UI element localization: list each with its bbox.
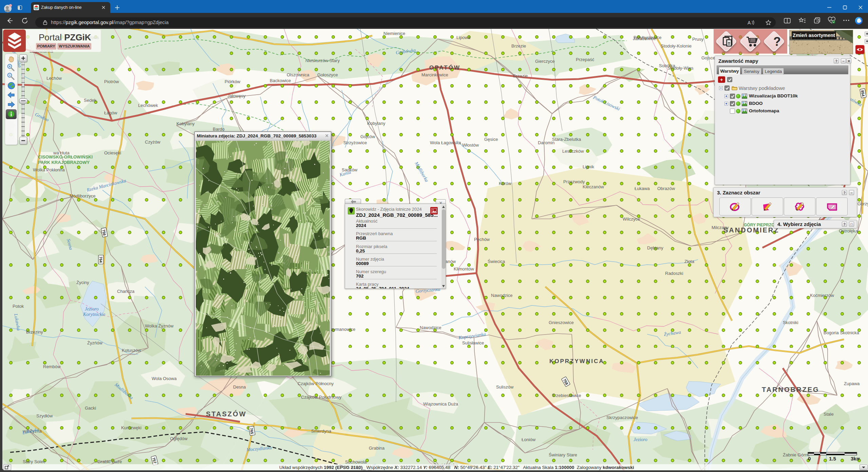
svg-text:Wolka Żyznów: Wolka Żyznów: [145, 323, 174, 328]
svg-text:Daromin: Daromin: [538, 140, 554, 145]
svg-text:Grabki Duże: Grabki Duże: [97, 459, 122, 464]
svg-text:SANDOMIERZ: SANDOMIERZ: [723, 226, 779, 234]
svg-text:1.5: 1.5: [829, 456, 836, 461]
svg-text:Złota: Złota: [684, 259, 695, 264]
svg-text:Obrazów: Obrazów: [657, 186, 675, 191]
svg-text:Stodoły-Kolonie: Stodoły-Kolonie: [661, 43, 692, 49]
svg-text:Smerdyna: Smerdyna: [311, 429, 332, 434]
svg-text:Stale: Stale: [824, 412, 834, 417]
svg-text:Kobylany: Kobylany: [367, 121, 385, 126]
svg-text:Marcinkowice: Marcinkowice: [421, 72, 448, 77]
svg-text:Czajków Północny: Czajków Północny: [298, 381, 334, 386]
svg-text:Grabina: Grabina: [369, 446, 385, 451]
svg-text:Czyżów: Czyżów: [145, 139, 161, 145]
svg-text:Módliborzyce: Módliborzyce: [70, 193, 96, 199]
svg-text:Wiązownica Duża: Wiązownica Duża: [423, 401, 458, 407]
svg-text:764: 764: [99, 257, 103, 263]
svg-text:Zupawa: Zupawa: [844, 381, 860, 386]
svg-text:Jezioro: Jezioro: [634, 437, 647, 442]
svg-text:TARNOBRZEG: TARNOBRZEG: [762, 386, 819, 393]
svg-text:Leszczków: Leszczków: [562, 149, 584, 154]
svg-text:Nieskurzów Stary: Nieskurzów Stary: [305, 58, 340, 63]
svg-text:Wolka Pokłonna: Wolka Pokłonna: [33, 167, 65, 172]
svg-text:Potok: Potok: [13, 304, 24, 309]
svg-text:Łoniów: Łoniów: [522, 437, 536, 442]
svg-text:Olszownica: Olszownica: [287, 72, 309, 77]
svg-text:Sedek: Sedek: [84, 98, 96, 103]
svg-text:Trzebiesławice: Trzebiesławice: [552, 393, 581, 398]
svg-text:Kurów: Kurów: [499, 181, 511, 186]
svg-text:Jałowęsy: Jałowęsy: [227, 93, 246, 98]
svg-text:Oględów: Oględów: [170, 436, 188, 441]
svg-text:Piórków: Piórków: [225, 79, 241, 84]
svg-text:Dębiany: Dębiany: [647, 245, 663, 250]
svg-text:Niemienice: Niemienice: [383, 31, 405, 36]
svg-text:Lechów: Lechów: [46, 76, 62, 81]
svg-text:Kleczanów: Kleczanów: [583, 184, 604, 189]
svg-text:Lechówek: Lechówek: [138, 103, 158, 108]
svg-text:Brzezie: Brzezie: [511, 43, 526, 49]
svg-text:Życiny: Życiny: [76, 280, 89, 285]
svg-text:Świniary Stare: Świniary Stare: [549, 452, 577, 457]
svg-text:Stary Solec: Stary Solec: [23, 459, 45, 464]
svg-text:Chańcza: Chańcza: [117, 289, 135, 294]
svg-text:Żabnie Górne: Żabnie Górne: [783, 452, 810, 457]
svg-text:Nawodzice: Nawodzice: [420, 325, 441, 330]
svg-text:Gojsce: Gojsce: [701, 55, 715, 60]
svg-text:3km: 3km: [851, 456, 860, 461]
svg-text:OPATÓW: OPATÓW: [429, 64, 460, 71]
svg-text:Ociesęki: Ociesęki: [104, 150, 121, 155]
svg-text:Włostów: Włostów: [462, 143, 479, 148]
svg-text:Stodoły-Wies: Stodoły-Wies: [667, 65, 694, 71]
svg-text:Gorzyce: Gorzyce: [857, 201, 868, 206]
svg-text:Suchowola: Suchowola: [345, 459, 367, 465]
svg-text:Gołoszyce: Gołoszyce: [317, 72, 338, 77]
svg-text:Kobylany: Kobylany: [176, 121, 195, 126]
svg-text:STASZÓW: STASZÓW: [206, 410, 247, 418]
svg-text:0: 0: [808, 456, 811, 461]
svg-text:Czajków Południowy: Czajków Południowy: [301, 395, 342, 400]
svg-text:Skrzypaczowice: Skrzypaczowice: [606, 415, 638, 420]
svg-text:Gnieszowice: Gnieszowice: [549, 320, 574, 325]
svg-text:Gojców: Gojców: [360, 134, 375, 139]
svg-text:Nawodzice: Nawodzice: [491, 293, 513, 298]
svg-text:Przybysławice: Przybysławice: [634, 35, 661, 40]
svg-text:Backowice: Backowice: [270, 78, 291, 83]
svg-text:Łagów: Łagów: [104, 110, 117, 115]
svg-text:Radoszki: Radoszki: [665, 271, 683, 276]
svg-text:Świecica: Świecica: [488, 259, 505, 264]
svg-text:Przezwody: Przezwody: [563, 179, 585, 184]
svg-text:Wilczyce: Wilczyce: [623, 216, 640, 222]
svg-text:Kurozwęki: Kurozwęki: [121, 425, 141, 430]
svg-text:Bogoria Skotnicka: Bogoria Skotnicka: [824, 330, 860, 335]
svg-text:Piotrów: Piotrów: [104, 79, 119, 84]
svg-text:Gierczyce: Gierczyce: [535, 59, 555, 64]
svg-text:Gacki: Gacki: [85, 405, 96, 411]
svg-text:Bardo: Bardo: [213, 127, 225, 132]
svg-text:Gęsice: Gęsice: [484, 137, 498, 142]
svg-text:Pęchów: Pęchów: [474, 237, 490, 242]
svg-text:Rembów: Rembów: [43, 364, 61, 369]
svg-text:CISOWSKO-ORŁOWIŃSKI: CISOWSKO-ORŁOWIŃSKI: [38, 154, 93, 159]
svg-text:Stara-Zbelutka: Stara-Zbelutka: [552, 137, 581, 142]
svg-text:Korytnickie: Korytnickie: [83, 312, 105, 317]
svg-text:Lipnik: Lipnik: [583, 164, 594, 169]
svg-text:Jezioro: Jezioro: [85, 306, 99, 311]
svg-text:Koćmierzów: Koćmierzów: [810, 293, 834, 298]
svg-text:Brzeziny: Brzeziny: [26, 329, 43, 335]
svg-text:Szymanowice: Szymanowice: [328, 327, 355, 332]
svg-text:Kotuszów: Kotuszów: [122, 348, 141, 353]
svg-text:Strzyżowice: Strzyżowice: [343, 140, 367, 145]
svg-text:KOPRZYWNICA: KOPRZYWNICA: [549, 358, 604, 364]
svg-text:Brzezie: Brzezie: [513, 73, 528, 78]
svg-text:PARK KRAJOBRAZOWY: PARK KRAJOBRAZOWY: [38, 160, 90, 165]
svg-text:Lipowa: Lipowa: [456, 35, 471, 40]
svg-text:Ostrołęka: Ostrołęka: [839, 228, 858, 233]
svg-text:Sulisławice: Sulisławice: [462, 340, 484, 345]
svg-text:Desna: Desna: [233, 384, 246, 390]
svg-text:Skotniki: Skotniki: [783, 320, 798, 325]
svg-text:Łukawa: Łukawa: [635, 186, 650, 191]
svg-text:Wola Łagowska: Wola Łagowska: [430, 140, 461, 145]
svg-text:Szydłów: Szydłów: [36, 413, 53, 418]
svg-text:Klimontów: Klimontów: [454, 266, 474, 271]
